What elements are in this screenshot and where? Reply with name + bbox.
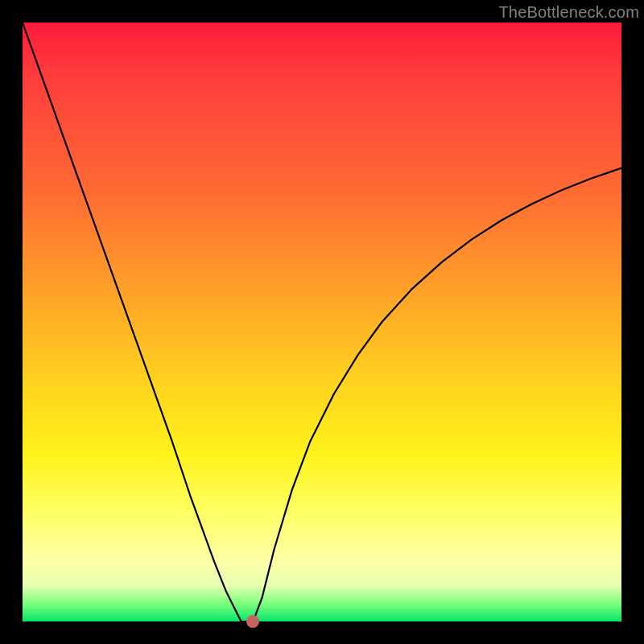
chart-frame: TheBottleneck.com	[0, 0, 644, 644]
plot-area	[23, 23, 621, 621]
optimum-marker	[246, 615, 259, 628]
bottleneck-curve	[23, 23, 621, 621]
watermark-text: TheBottleneck.com	[498, 3, 639, 22]
